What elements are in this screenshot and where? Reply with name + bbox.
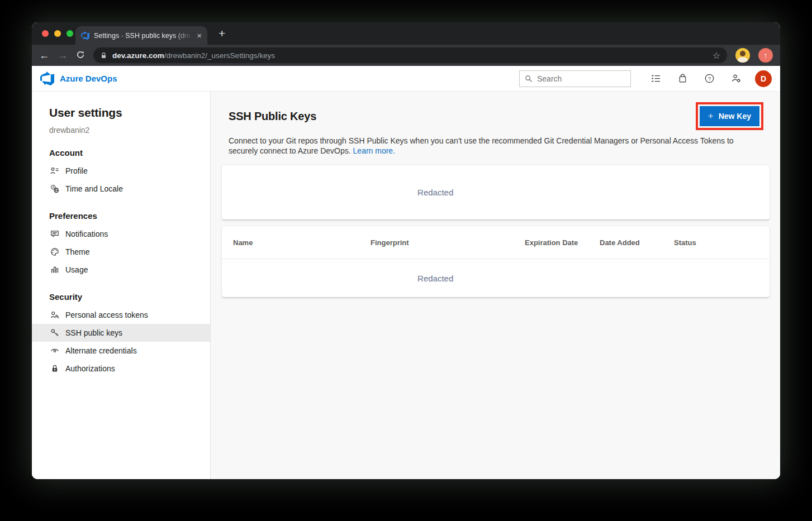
table-row: Redacted (222, 259, 770, 297)
tab-strip: Settings · SSH public keys (dre × + (32, 22, 780, 45)
address-bar[interactable]: dev.azure.com/drewbanin2/_usersSettings/… (93, 47, 727, 63)
ssh-keys-table-card: Name Fingerprint Expiration Date Date Ad… (222, 226, 770, 297)
avatar-shoulders (738, 57, 748, 63)
task-list-icon[interactable] (642, 66, 669, 92)
browser-window: Settings · SSH public keys (dre × + ← → … (32, 22, 780, 479)
column-header-expiration-date: Expiration Date (525, 238, 600, 247)
description-text: Connect to your Git repos through SSH Pu… (229, 136, 758, 156)
sidebar-item-label: SSH public keys (65, 328, 122, 337)
back-icon[interactable]: ← (39, 50, 49, 60)
redacted-card-text: Redacted (222, 188, 649, 197)
authorizations-lock-icon (50, 364, 59, 374)
user-settings-gear-icon[interactable] (723, 66, 749, 92)
svg-text:?: ? (707, 75, 710, 82)
sidebar-item-label: Theme (65, 247, 90, 256)
browser-toolbar: ← → dev.azure.com/drewbanin2/_usersSetti… (32, 45, 780, 66)
url-text: dev.azure.com/drewbanin2/_usersSettings/… (112, 51, 275, 60)
sidebar-item-label: Personal access tokens (65, 310, 148, 319)
table-header-row: Name Fingerprint Expiration Date Date Ad… (222, 226, 770, 259)
sidebar-item-label: Usage (65, 265, 88, 274)
new-key-button-label: New Key (719, 112, 751, 121)
section-security: Security (49, 292, 210, 302)
sidebar-item-alternate-credentials[interactable]: Alternate credentials (32, 342, 210, 360)
profile-icon (50, 166, 59, 176)
column-header-fingerprint: Fingerprint (371, 238, 525, 247)
sidebar-item-theme[interactable]: Theme (32, 243, 210, 261)
ssh-keys-main: SSH Public Keys + New Key Connect to you… (211, 92, 780, 479)
alternate-credentials-icon (50, 346, 59, 356)
browser-update-icon[interactable]: ↑ (758, 48, 773, 63)
description-body: Connect to your Git repos through SSH Pu… (229, 136, 734, 155)
section-preferences: Preferences (49, 211, 210, 221)
product-name: Azure DevOps (60, 74, 117, 83)
title-row: SSH Public Keys + New Key (222, 102, 770, 130)
marketplace-bag-icon[interactable] (669, 66, 696, 92)
column-header-name: Name (233, 238, 371, 247)
sidebar-item-authorizations[interactable]: Authorizations (32, 360, 210, 377)
notifications-icon (50, 230, 59, 239)
sidebar-item-notifications[interactable]: Notifications (32, 225, 210, 243)
forward-icon[interactable]: → (58, 50, 68, 60)
reload-icon[interactable] (76, 50, 85, 61)
browser-profile-avatar[interactable] (735, 48, 750, 63)
traffic-lights (42, 30, 73, 37)
column-header-date-added: Date Added (600, 238, 674, 247)
sidebar-item-ssh-public-keys[interactable]: SSH public keys (32, 324, 210, 342)
azure-devops-favicon (81, 31, 89, 40)
azure-devops-header: Azure DevOps ? D (32, 66, 780, 92)
sidebar-item-usage[interactable]: Usage (32, 261, 210, 279)
search-box[interactable] (519, 70, 631, 87)
theme-palette-icon (50, 247, 59, 257)
time-locale-icon (50, 184, 59, 194)
avatar-head (740, 51, 745, 56)
ssh-key-icon (50, 328, 59, 338)
bookmark-star-icon[interactable]: ☆ (713, 50, 720, 61)
sidebar-item-label: Notifications (65, 230, 108, 238)
page-content: User settings drewbanin2 Account Profile… (32, 92, 780, 479)
new-tab-button[interactable]: + (219, 27, 225, 40)
sidebar-item-label: Profile (65, 166, 88, 175)
tab-title: Settings · SSH public keys (dre (94, 32, 192, 40)
plus-icon: + (708, 111, 714, 122)
sidebar-item-label: Alternate credentials (65, 346, 137, 355)
page-title: SSH Public Keys (229, 110, 316, 123)
new-key-button[interactable]: + New Key (700, 106, 759, 126)
search-icon (525, 75, 533, 83)
sidebar-title: User settings (49, 106, 210, 120)
section-account: Account (49, 148, 210, 157)
usage-chart-icon (50, 265, 59, 275)
azure-devops-home-link[interactable]: Azure DevOps (40, 71, 117, 85)
close-window-button[interactable] (42, 30, 49, 37)
column-header-status: Status (674, 238, 758, 247)
search-input[interactable] (537, 74, 625, 83)
browser-tab[interactable]: Settings · SSH public keys (dre × (75, 26, 207, 45)
annotation-highlight-box: + New Key (696, 102, 763, 130)
sidebar-item-label: Authorizations (65, 364, 115, 373)
sidebar-item-personal-access-tokens[interactable]: Personal access tokens (32, 306, 210, 324)
ssh-key-entry-card: Redacted (222, 165, 770, 219)
minimize-window-button[interactable] (54, 30, 61, 37)
settings-sidebar: User settings drewbanin2 Account Profile… (32, 92, 211, 479)
redacted-row-text: Redacted (222, 274, 649, 283)
account-avatar[interactable]: D (755, 70, 772, 87)
sidebar-item-time-and-locale[interactable]: Time and Locale (32, 180, 210, 198)
learn-more-link[interactable]: Learn more. (353, 146, 395, 155)
lock-icon (100, 52, 107, 59)
zoom-window-button[interactable] (67, 30, 73, 37)
personal-access-tokens-icon (50, 310, 59, 320)
sidebar-item-profile[interactable]: Profile (32, 162, 210, 180)
azure-devops-logo-icon (40, 71, 54, 85)
help-icon[interactable]: ? (696, 66, 723, 92)
tab-close-icon[interactable]: × (197, 31, 202, 40)
sidebar-item-label: Time and Locale (65, 184, 123, 193)
account-name: drewbanin2 (49, 126, 210, 135)
